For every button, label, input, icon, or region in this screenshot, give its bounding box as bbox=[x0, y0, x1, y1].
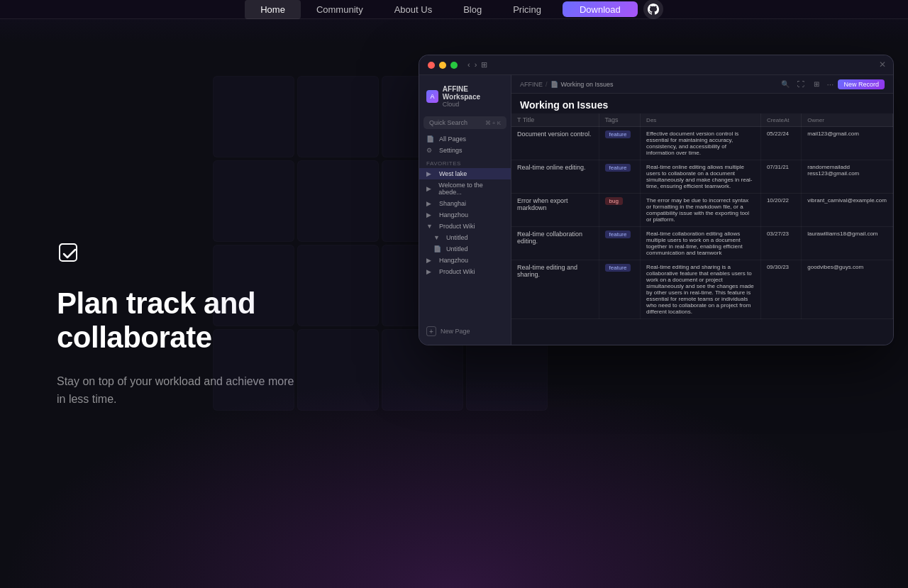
expand-icon[interactable]: ⛶ bbox=[795, 79, 807, 90]
traffic-light-yellow[interactable] bbox=[439, 62, 446, 69]
col-header-tags: Tags bbox=[599, 113, 641, 127]
traffic-light-green[interactable] bbox=[450, 62, 458, 69]
hangzhou2-icon: ▶ bbox=[426, 257, 435, 264]
nav-forward-icon[interactable]: › bbox=[475, 60, 477, 70]
new-page-label: New Page bbox=[441, 328, 470, 335]
sidebar-item-productwiki2[interactable]: ▶ Product Wiki bbox=[419, 266, 511, 277]
window-close-button[interactable]: ✕ bbox=[879, 60, 886, 70]
sidebar-item-westlake[interactable]: ▶ West lake bbox=[419, 168, 511, 179]
cell-tag: bug bbox=[599, 194, 641, 227]
table-scroll[interactable]: T Title Tags Des CreateAt bbox=[511, 113, 893, 319]
cell-tag: feature bbox=[599, 127, 641, 160]
sidebar-item-settings[interactable]: ⚙ Settings bbox=[419, 145, 511, 156]
sidebar-item-shanghai[interactable]: ▶ Shanghai bbox=[419, 198, 511, 209]
cell-date: 09/30/23 bbox=[760, 260, 801, 319]
untitled2-label: Untitled bbox=[446, 245, 468, 253]
breadcrumb-page-icon: 📄 bbox=[550, 81, 558, 88]
workspace-name: AFFINE Workspace bbox=[443, 85, 504, 101]
productwiki2-label: Product Wiki bbox=[439, 268, 475, 275]
content-area: AFFINE / 📄 Working on Issues 🔍 ⛶ ⊞ ··· N… bbox=[511, 75, 893, 345]
download-button[interactable]: Download bbox=[563, 1, 638, 17]
nav-item-pricing[interactable]: Pricing bbox=[497, 0, 557, 19]
search-header-icon[interactable]: 🔍 bbox=[780, 79, 791, 90]
settings-icon: ⚙ bbox=[426, 147, 435, 154]
sidebar-search[interactable]: Quick Search ⌘ + K bbox=[423, 116, 506, 129]
shanghai-icon: ▶ bbox=[426, 200, 435, 207]
sidebar-item-hangzhou[interactable]: ▶ Hangzhou bbox=[419, 209, 511, 221]
untitled2-icon: 📄 bbox=[433, 245, 442, 253]
window-titlebar: ‹ › ⊞ bbox=[419, 55, 893, 75]
nav-item-home[interactable]: Home bbox=[245, 0, 301, 19]
more-options-icon[interactable]: ··· bbox=[826, 79, 834, 89]
settings-label: Settings bbox=[439, 147, 463, 154]
main-content: Plan track and collaborate Stay on top o… bbox=[0, 19, 908, 588]
db-title-bar: Working on Issues bbox=[511, 94, 893, 113]
productwiki2-icon: ▶ bbox=[426, 268, 435, 275]
cell-title: Document version control. bbox=[511, 127, 599, 160]
shanghai-label: Shanghai bbox=[439, 200, 466, 207]
productwiki-label: Product Wiki bbox=[439, 223, 475, 230]
data-table: T Title Tags Des CreateAt bbox=[511, 113, 893, 319]
hangzhou-label: Hangzhou bbox=[439, 211, 468, 218]
cell-tag: feature bbox=[599, 160, 641, 194]
cell-owner: randomemailadd ress123@gmail.com bbox=[802, 160, 893, 194]
table-row[interactable]: Error when export markdown bug The error… bbox=[511, 194, 893, 227]
table-row[interactable]: Real-time editing and sharing. feature R… bbox=[511, 260, 893, 319]
cell-title: Error when export markdown bbox=[511, 194, 599, 227]
grid-icon[interactable]: ⊞ bbox=[811, 79, 822, 90]
db-title: Working on Issues bbox=[520, 99, 885, 111]
breadcrumb-sep: / bbox=[546, 81, 548, 88]
sidebar-item-productwiki[interactable]: ▼ Product Wiki bbox=[419, 221, 511, 232]
cell-title: Real-time collaboration editing. bbox=[511, 227, 599, 260]
search-label: Quick Search bbox=[429, 119, 467, 126]
table-row[interactable]: Real-time online editing. feature Real-t… bbox=[511, 160, 893, 194]
nav-layout-icon[interactable]: ⊞ bbox=[481, 60, 487, 70]
breadcrumb: AFFINE / 📄 Working on Issues bbox=[520, 81, 613, 88]
all-pages-icon: 📄 bbox=[426, 135, 435, 143]
new-page-button[interactable]: + New Page bbox=[419, 323, 511, 339]
github-icon[interactable] bbox=[643, 0, 663, 19]
cell-date: 07/31/21 bbox=[760, 160, 801, 194]
nav-item-blog[interactable]: Blog bbox=[448, 0, 497, 19]
cell-owner: mail123@gmail.com bbox=[802, 127, 893, 160]
col-header-date: CreateAt bbox=[760, 113, 801, 127]
cell-title: Real-time online editing. bbox=[511, 160, 599, 194]
westlake-label: West lake bbox=[439, 170, 467, 177]
workspace-sub: Cloud bbox=[443, 101, 504, 108]
cell-desc: The error may be due to incorrect syntax… bbox=[641, 194, 761, 227]
new-record-button[interactable]: New Record bbox=[838, 79, 885, 89]
traffic-light-red[interactable] bbox=[428, 62, 435, 69]
workspace-logo: A bbox=[426, 90, 438, 103]
table-row[interactable]: Document version control. feature Effect… bbox=[511, 127, 893, 160]
favorites-section-label: Favorites bbox=[419, 156, 511, 168]
untitled1-label: Untitled bbox=[446, 234, 468, 241]
welcome-label: Welcome to the abede... bbox=[438, 182, 504, 196]
nav-item-community[interactable]: Community bbox=[301, 0, 379, 19]
cell-desc: Real-time online editing allows multiple… bbox=[641, 160, 761, 194]
table-row[interactable]: Real-time collaboration editing. feature… bbox=[511, 227, 893, 260]
sidebar-item-all-pages[interactable]: 📄 All Pages bbox=[419, 133, 511, 145]
col-header-owner: Owner bbox=[802, 113, 893, 127]
breadcrumb-root: AFFINE bbox=[520, 81, 543, 88]
breadcrumb-page: Working on Issues bbox=[561, 81, 614, 88]
sidebar-item-hangzhou2[interactable]: ▶ Hangzhou bbox=[419, 255, 511, 266]
cell-desc: Effective document version control is es… bbox=[641, 127, 761, 160]
window-nav-icons: ‹ › ⊞ bbox=[467, 60, 487, 70]
nav-item-about[interactable]: About Us bbox=[379, 0, 448, 19]
cell-date: 03/27/23 bbox=[760, 227, 801, 260]
cell-tag: feature bbox=[599, 227, 641, 260]
cell-desc: Real-time collaboration editing allows m… bbox=[641, 227, 761, 260]
navbar: Home Community About Us Blog Pricing Dow… bbox=[0, 0, 908, 19]
cell-owner: goodvibes@guys.com bbox=[802, 260, 893, 319]
new-page-icon: + bbox=[426, 326, 436, 336]
sidebar-item-welcome[interactable]: ▶ Welcome to the abede... bbox=[419, 179, 511, 198]
sidebar-item-untitled2[interactable]: 📄 Untitled bbox=[419, 243, 511, 255]
sidebar: A AFFINE Workspace Cloud Quick Search ⌘ … bbox=[419, 75, 511, 345]
search-shortcut: ⌘ + K bbox=[485, 120, 501, 126]
app-window: ‹ › ⊞ ✕ A AFFINE Workspace Cloud Quick S… bbox=[419, 55, 894, 345]
svg-rect-1 bbox=[60, 244, 77, 261]
content-header: AFFINE / 📄 Working on Issues 🔍 ⛶ ⊞ ··· N… bbox=[511, 75, 893, 94]
sidebar-item-untitled1[interactable]: ▼ Untitled bbox=[419, 232, 511, 243]
all-pages-label: All Pages bbox=[439, 135, 466, 143]
nav-back-icon[interactable]: ‹ bbox=[467, 60, 470, 70]
